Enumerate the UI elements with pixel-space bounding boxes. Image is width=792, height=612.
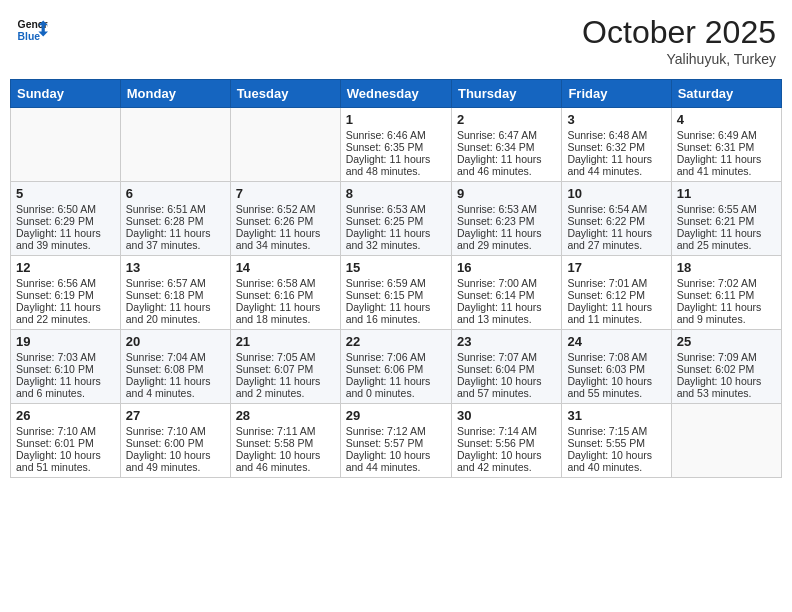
day-info-line: Sunrise: 7:02 AM <box>677 277 776 289</box>
day-info-line: and 9 minutes. <box>677 313 776 325</box>
calendar-day-cell: 9Sunrise: 6:53 AMSunset: 6:23 PMDaylight… <box>451 182 561 256</box>
day-number: 28 <box>236 408 335 423</box>
day-info-line: Sunrise: 6:48 AM <box>567 129 665 141</box>
weekday-header-row: SundayMondayTuesdayWednesdayThursdayFrid… <box>11 80 782 108</box>
day-number: 5 <box>16 186 115 201</box>
day-info-line: and 37 minutes. <box>126 239 225 251</box>
day-info-line: and 13 minutes. <box>457 313 556 325</box>
day-info-line: Daylight: 11 hours <box>126 301 225 313</box>
day-number: 24 <box>567 334 665 349</box>
calendar-day-cell: 30Sunrise: 7:14 AMSunset: 5:56 PMDayligh… <box>451 404 561 478</box>
calendar-day-cell: 22Sunrise: 7:06 AMSunset: 6:06 PMDayligh… <box>340 330 451 404</box>
day-info-line: Sunset: 6:06 PM <box>346 363 446 375</box>
day-info-line: Sunset: 6:19 PM <box>16 289 115 301</box>
day-number: 26 <box>16 408 115 423</box>
weekday-header-sunday: Sunday <box>11 80 121 108</box>
day-info-line: Sunset: 6:25 PM <box>346 215 446 227</box>
calendar-day-cell: 7Sunrise: 6:52 AMSunset: 6:26 PMDaylight… <box>230 182 340 256</box>
weekday-header-friday: Friday <box>562 80 671 108</box>
month-title: October 2025 <box>582 14 776 51</box>
calendar-day-cell: 14Sunrise: 6:58 AMSunset: 6:16 PMDayligh… <box>230 256 340 330</box>
day-info-line: Daylight: 11 hours <box>126 375 225 387</box>
day-number: 7 <box>236 186 335 201</box>
day-number: 22 <box>346 334 446 349</box>
day-info-line: Sunset: 6:07 PM <box>236 363 335 375</box>
calendar-day-cell: 2Sunrise: 6:47 AMSunset: 6:34 PMDaylight… <box>451 108 561 182</box>
day-info-line: Sunrise: 6:58 AM <box>236 277 335 289</box>
day-info-line: Daylight: 10 hours <box>236 449 335 461</box>
day-info-line: Daylight: 11 hours <box>567 153 665 165</box>
day-info-line: Sunrise: 6:50 AM <box>16 203 115 215</box>
day-info-line: and 16 minutes. <box>346 313 446 325</box>
calendar-table: SundayMondayTuesdayWednesdayThursdayFrid… <box>10 79 782 478</box>
calendar-day-cell: 5Sunrise: 6:50 AMSunset: 6:29 PMDaylight… <box>11 182 121 256</box>
day-info-line: Sunset: 6:22 PM <box>567 215 665 227</box>
day-info-line: Sunrise: 6:56 AM <box>16 277 115 289</box>
day-info-line: Sunrise: 6:51 AM <box>126 203 225 215</box>
day-info-line: and 20 minutes. <box>126 313 225 325</box>
day-number: 3 <box>567 112 665 127</box>
day-info-line: Sunset: 5:58 PM <box>236 437 335 449</box>
day-info-line: Daylight: 10 hours <box>677 375 776 387</box>
day-info-line: and 27 minutes. <box>567 239 665 251</box>
day-number: 20 <box>126 334 225 349</box>
calendar-day-cell: 15Sunrise: 6:59 AMSunset: 6:15 PMDayligh… <box>340 256 451 330</box>
day-info-line: Sunrise: 6:54 AM <box>567 203 665 215</box>
day-info-line: and 0 minutes. <box>346 387 446 399</box>
day-number: 10 <box>567 186 665 201</box>
calendar-day-cell: 10Sunrise: 6:54 AMSunset: 6:22 PMDayligh… <box>562 182 671 256</box>
day-info-line: Sunrise: 6:59 AM <box>346 277 446 289</box>
day-number: 13 <box>126 260 225 275</box>
day-info-line: and 32 minutes. <box>346 239 446 251</box>
day-info-line: and 6 minutes. <box>16 387 115 399</box>
day-info-line: Sunset: 5:56 PM <box>457 437 556 449</box>
day-number: 29 <box>346 408 446 423</box>
day-info-line: Daylight: 11 hours <box>677 301 776 313</box>
day-info-line: Sunrise: 7:00 AM <box>457 277 556 289</box>
calendar-week-row: 26Sunrise: 7:10 AMSunset: 6:01 PMDayligh… <box>11 404 782 478</box>
day-info-line: Sunrise: 6:53 AM <box>457 203 556 215</box>
calendar-day-cell <box>120 108 230 182</box>
day-info-line: Daylight: 11 hours <box>346 227 446 239</box>
day-number: 21 <box>236 334 335 349</box>
day-info-line: and 29 minutes. <box>457 239 556 251</box>
day-number: 19 <box>16 334 115 349</box>
day-info-line: Daylight: 11 hours <box>457 227 556 239</box>
day-info-line: Sunset: 6:01 PM <box>16 437 115 449</box>
weekday-header-monday: Monday <box>120 80 230 108</box>
day-info-line: Daylight: 10 hours <box>16 449 115 461</box>
calendar-day-cell: 27Sunrise: 7:10 AMSunset: 6:00 PMDayligh… <box>120 404 230 478</box>
day-info-line: Sunset: 6:32 PM <box>567 141 665 153</box>
day-number: 30 <box>457 408 556 423</box>
location-subtitle: Yalihuyuk, Turkey <box>582 51 776 67</box>
calendar-day-cell: 12Sunrise: 6:56 AMSunset: 6:19 PMDayligh… <box>11 256 121 330</box>
calendar-day-cell: 21Sunrise: 7:05 AMSunset: 6:07 PMDayligh… <box>230 330 340 404</box>
calendar-day-cell: 31Sunrise: 7:15 AMSunset: 5:55 PMDayligh… <box>562 404 671 478</box>
day-info-line: and 44 minutes. <box>346 461 446 473</box>
day-info-line: and 18 minutes. <box>236 313 335 325</box>
calendar-day-cell: 1Sunrise: 6:46 AMSunset: 6:35 PMDaylight… <box>340 108 451 182</box>
day-info-line: and 39 minutes. <box>16 239 115 251</box>
day-info-line: and 42 minutes. <box>457 461 556 473</box>
day-info-line: Sunset: 6:15 PM <box>346 289 446 301</box>
day-info-line: Sunrise: 7:05 AM <box>236 351 335 363</box>
day-number: 31 <box>567 408 665 423</box>
day-info-line: Daylight: 11 hours <box>16 301 115 313</box>
day-info-line: Sunset: 6:23 PM <box>457 215 556 227</box>
day-info-line: Sunset: 5:55 PM <box>567 437 665 449</box>
calendar-week-row: 1Sunrise: 6:46 AMSunset: 6:35 PMDaylight… <box>11 108 782 182</box>
calendar-week-row: 19Sunrise: 7:03 AMSunset: 6:10 PMDayligh… <box>11 330 782 404</box>
day-number: 8 <box>346 186 446 201</box>
svg-text:Blue: Blue <box>18 31 41 42</box>
day-info-line: and 53 minutes. <box>677 387 776 399</box>
day-info-line: and 44 minutes. <box>567 165 665 177</box>
day-info-line: Sunrise: 7:12 AM <box>346 425 446 437</box>
day-number: 9 <box>457 186 556 201</box>
logo-icon: General Blue <box>16 14 48 46</box>
day-info-line: and 34 minutes. <box>236 239 335 251</box>
calendar-day-cell: 18Sunrise: 7:02 AMSunset: 6:11 PMDayligh… <box>671 256 781 330</box>
day-info-line: Sunrise: 6:46 AM <box>346 129 446 141</box>
day-number: 11 <box>677 186 776 201</box>
day-info-line: Sunset: 6:11 PM <box>677 289 776 301</box>
day-number: 15 <box>346 260 446 275</box>
